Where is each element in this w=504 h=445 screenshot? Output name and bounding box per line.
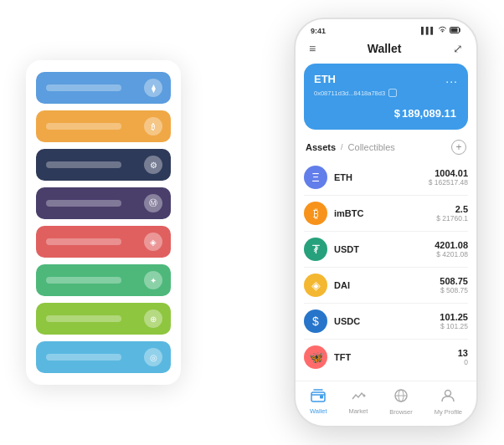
asset-name-imbtc: imBTC: [334, 208, 436, 218]
profile-nav-icon: [440, 388, 455, 407]
tab-assets[interactable]: Assets: [306, 142, 336, 152]
imbtc-usd: $ 21760.1: [436, 214, 468, 222]
svg-point-8: [445, 391, 451, 396]
asset-name-usdc: USDC: [334, 316, 440, 326]
card-line: [46, 84, 121, 91]
tft-icon: 🦋: [304, 345, 327, 369]
card-stack: ⧫ ₿ ⚙ Ⓜ ◈ ✦ ⊕ ◎: [26, 60, 181, 385]
card-icon: ⊕: [144, 309, 162, 328]
asset-row-usdc[interactable]: $ USDC 101.25 $ 101.25: [304, 304, 468, 340]
usdc-icon: $: [304, 309, 327, 333]
asset-name-eth: ETH: [334, 172, 429, 182]
card-icon: Ⓜ: [144, 194, 162, 212]
eth-usd: $ 162517.48: [429, 178, 468, 187]
usdt-usd: $ 4201.08: [435, 250, 468, 258]
menu-icon[interactable]: ≡: [309, 42, 316, 55]
status-icons: ▌▌▌: [421, 26, 461, 35]
list-item[interactable]: ✦: [36, 264, 171, 296]
eth-icon: Ξ: [304, 166, 327, 189]
eth-amount: 1004.01: [429, 168, 468, 178]
svg-rect-3: [320, 396, 323, 399]
card-icon: ⧫: [144, 79, 162, 97]
status-bar: 9:41 ▌▌▌: [296, 19, 476, 38]
assets-header: Assets / Collectibles +: [296, 136, 476, 160]
asset-row-tft[interactable]: 🦋 TFT 13 0: [304, 340, 468, 375]
asset-values-dai: 508.75 $ 508.75: [440, 276, 468, 294]
asset-row-imbtc[interactable]: ₿ imBTC 2.5 $ 21760.1: [304, 196, 468, 232]
battery-icon: [450, 27, 461, 35]
card-line: [46, 238, 121, 245]
nav-bar: ≡ Wallet ⤢: [296, 38, 476, 60]
dai-icon: ◈: [304, 274, 327, 297]
status-time: 9:41: [311, 27, 326, 35]
signal-icon: ▌▌▌: [421, 27, 435, 34]
profile-nav-label: My Profile: [435, 408, 462, 416]
list-item[interactable]: Ⓜ: [36, 187, 171, 219]
asset-values-eth: 1004.01 $ 162517.48: [429, 168, 468, 187]
asset-row-usdt[interactable]: ₮ USDT 4201.08 $ 4201.08: [304, 232, 468, 268]
asset-row-eth[interactable]: Ξ ETH 1004.01 $ 162517.48: [304, 160, 468, 196]
add-asset-button[interactable]: +: [451, 140, 466, 155]
list-item[interactable]: ◈: [36, 226, 171, 258]
bottom-nav-browser[interactable]: Browser: [389, 388, 413, 416]
wifi-icon: [438, 26, 447, 35]
svg-point-4: [363, 395, 365, 397]
asset-list: Ξ ETH 1004.01 $ 162517.48 ₿ imBTC 2.5 $ …: [296, 160, 476, 381]
asset-name-usdt: USDT: [334, 244, 435, 254]
card-line: [46, 123, 121, 130]
asset-name-tft: TFT: [334, 352, 458, 362]
eth-card-address: 0x08711d3d...8418a78d3: [314, 89, 458, 97]
page-title: Wallet: [368, 42, 402, 55]
list-item[interactable]: ⊕: [36, 303, 171, 335]
usdt-amount: 4201.08: [435, 240, 468, 250]
list-item[interactable]: ⚙: [36, 149, 171, 181]
tft-usd: 0: [458, 358, 468, 366]
eth-card[interactable]: ETH ... 0x08711d3d...8418a78d3 $189,089.…: [304, 64, 468, 130]
asset-row-dai[interactable]: ◈ DAI 508.75 $ 508.75: [304, 268, 468, 304]
market-nav-label: Market: [348, 407, 368, 415]
tab-separator: /: [341, 143, 343, 151]
usdt-icon: ₮: [304, 238, 327, 261]
list-item[interactable]: ⧫: [36, 72, 171, 104]
tft-amount: 13: [458, 348, 468, 358]
bottom-nav-market[interactable]: Market: [348, 389, 368, 415]
card-line: [46, 161, 121, 168]
eth-card-header: ETH ...: [314, 72, 458, 85]
card-line: [46, 354, 121, 361]
imbtc-icon: ₿: [304, 202, 327, 225]
card-icon: ◎: [144, 348, 162, 366]
asset-name-dai: DAI: [334, 280, 440, 290]
bottom-nav-wallet[interactable]: Wallet: [310, 389, 327, 415]
dai-usd: $ 508.75: [440, 286, 468, 294]
usdc-usd: $ 101.25: [440, 322, 468, 330]
list-item[interactable]: ◎: [36, 341, 171, 373]
eth-card-menu[interactable]: ...: [445, 72, 458, 85]
card-icon: ₿: [144, 117, 162, 136]
card-line: [46, 277, 121, 284]
card-icon: ⚙: [144, 156, 162, 174]
expand-icon[interactable]: ⤢: [453, 42, 463, 55]
card-line: [46, 200, 121, 207]
svg-rect-1: [451, 28, 458, 32]
bottom-nav: Wallet Market: [296, 381, 476, 426]
scene: ⧫ ₿ ⚙ Ⓜ ◈ ✦ ⊕ ◎: [9, 9, 495, 436]
asset-values-tft: 13 0: [458, 348, 468, 366]
eth-card-balance: $189,089.11: [314, 102, 458, 121]
asset-values-usdc: 101.25 $ 101.25: [440, 312, 468, 330]
copy-icon[interactable]: [388, 89, 397, 97]
assets-tabs: Assets / Collectibles: [306, 142, 395, 152]
asset-values-usdt: 4201.08 $ 4201.08: [435, 240, 468, 258]
card-icon: ✦: [144, 271, 162, 289]
bottom-nav-profile[interactable]: My Profile: [435, 388, 462, 416]
market-nav-icon: [351, 389, 366, 406]
wallet-nav-label: Wallet: [310, 407, 327, 415]
eth-card-name: ETH: [314, 73, 336, 85]
phone-frame: 9:41 ▌▌▌: [294, 18, 478, 427]
browser-nav-label: Browser: [389, 408, 413, 416]
browser-nav-icon: [393, 388, 409, 407]
asset-values-imbtc: 2.5 $ 21760.1: [436, 204, 468, 222]
imbtc-amount: 2.5: [436, 204, 468, 214]
tab-collectibles[interactable]: Collectibles: [348, 142, 395, 152]
card-icon: ◈: [144, 233, 162, 251]
list-item[interactable]: ₿: [36, 110, 171, 142]
